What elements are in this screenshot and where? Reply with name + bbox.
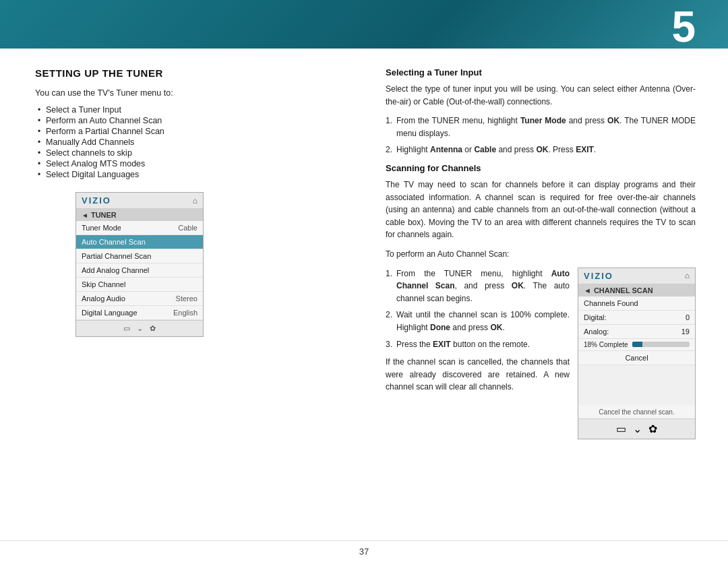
page-number-bottom: 37 (359, 547, 369, 557)
cs-progress-row: 18% Complete (578, 339, 695, 351)
bullet-item: Select channels to skip (35, 148, 342, 158)
channel-scan-menu-wrap: VIZIO ⌂ ◄ CHANNEL SCAN Channels Found Di… (578, 268, 696, 439)
cs-home-icon: ⌂ (685, 271, 690, 280)
bullet-item: Manually Add Channels (35, 137, 342, 148)
footer-icon-settings: ✿ (150, 324, 156, 333)
bullet-item: Perform a Partial Channel Scan (35, 126, 342, 137)
auto-scan-step-3: 3. Press the EXIT button on the remote. (386, 338, 570, 351)
vizio-menu-header: VIZIO ⌂ (76, 193, 203, 209)
home-icon: ⌂ (193, 196, 198, 206)
menu-row-tuner-mode: Tuner Mode Cable (76, 221, 203, 235)
auto-scan-steps-list: 1. From the TUNER menu, highlight Auto C… (386, 268, 570, 351)
cs-footer-icon-screen: ▭ (616, 423, 626, 435)
scan-text: 1. From the TUNER menu, highlight Auto C… (386, 268, 570, 439)
auto-scan-step-2: 2. Wait until the channel scan is 100% c… (386, 309, 570, 334)
page-number: 5 (671, 5, 696, 49)
auto-scan-step-1: 1. From the TUNER menu, highlight Auto C… (386, 268, 570, 305)
auto-scan-intro: To perform an Auto Channel Scan: (386, 248, 696, 261)
menu-row-auto-scan: Auto Channel Scan (76, 235, 203, 249)
footer-icon-down: ⌄ (137, 324, 143, 333)
cs-progress-label: 18% Complete (584, 341, 628, 348)
scan-section: 1. From the TUNER menu, highlight Auto C… (386, 268, 696, 439)
top-bar: 5 (0, 0, 728, 49)
bullet-item: Select Digital Languages (35, 169, 342, 180)
channel-scan-menu: VIZIO ⌂ ◄ CHANNEL SCAN Channels Found Di… (578, 268, 696, 439)
cs-spacer (578, 365, 695, 406)
footer-icon-screen: ▭ (123, 324, 130, 333)
bottom-bar: 37 (0, 540, 728, 562)
menu-row-add-analog: Add Analog Channel (76, 263, 203, 278)
scanning-title: Scanning for Channels (386, 163, 696, 173)
left-column: SETTING UP THE TUNER You can use the TV'… (0, 49, 364, 540)
selecting-intro: Select the type of tuner input you will … (386, 83, 696, 108)
progress-bar (632, 342, 690, 347)
cs-desc: Cancel the channel scan. (578, 406, 695, 418)
cs-row-digital: Digital: 0 (578, 311, 695, 325)
intro-text: You can use the TV's Tuner menu to: (35, 88, 342, 98)
vizio-logo: VIZIO (82, 195, 111, 206)
selecting-steps-list: 1. From the TUNER menu, highlight Tuner … (386, 115, 696, 156)
cs-footer-icon-settings: ✿ (648, 423, 657, 435)
vizio-menu-section-label: ◄ TUNER (76, 209, 203, 221)
bullet-item: Select a Tuner Input (35, 104, 342, 115)
cs-row-channels-found: Channels Found (578, 296, 695, 311)
main-content: SETTING UP THE TUNER You can use the TV'… (0, 49, 728, 540)
section-title: SETTING UP THE TUNER (35, 67, 342, 79)
progress-bar-fill (632, 342, 642, 347)
cancelled-text: If the channel scan is cancelled, the ch… (386, 356, 570, 394)
cs-cancel[interactable]: Cancel (578, 351, 695, 365)
bullet-item: Select Analog MTS modes (35, 158, 342, 169)
selecting-title: Selecting a Tuner Input (386, 67, 696, 77)
right-column: Selecting a Tuner Input Select the type … (364, 49, 728, 540)
cs-footer-icon-down: ⌄ (633, 423, 642, 435)
selecting-step-1: 1. From the TUNER menu, highlight Tuner … (386, 115, 696, 139)
menu-row-analog-audio: Analog Audio Stereo (76, 292, 203, 306)
cs-footer: ▭ ⌄ ✿ (578, 418, 695, 439)
arrow-icon: ◄ (82, 212, 88, 219)
menu-row-partial-scan: Partial Channel Scan (76, 249, 203, 263)
vizio-tuner-menu: VIZIO ⌂ ◄ TUNER Tuner Mode Cable Auto Ch… (75, 192, 204, 337)
scanning-intro: The TV may need to scan for channels bef… (386, 179, 696, 241)
cs-section-label: ◄ CHANNEL SCAN (578, 284, 695, 296)
cs-header: VIZIO ⌂ (578, 268, 695, 284)
cs-vizio-logo: VIZIO (584, 271, 613, 281)
selecting-step-2: 2. Highlight Antenna or Cable and press … (386, 144, 696, 156)
bullet-item: Perform an Auto Channel Scan (35, 115, 342, 126)
vizio-menu-footer: ▭ ⌄ ✿ (76, 320, 203, 336)
menu-row-digital-language: Digital Language English (76, 306, 203, 320)
bullet-list: Select a Tuner Input Perform an Auto Cha… (35, 104, 342, 180)
cs-row-analog: Analog: 19 (578, 325, 695, 339)
menu-row-skip-channel: Skip Channel (76, 278, 203, 292)
cs-arrow-icon: ◄ (584, 286, 591, 294)
